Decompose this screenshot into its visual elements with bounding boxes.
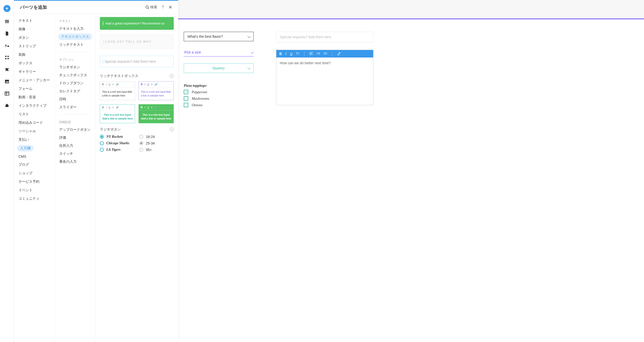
checkbox-item[interactable]: ✓Pepperoni [184, 90, 254, 94]
richtext-preview-teal[interactable]: BIU≡🔗 This is a rich text input Add a li… [100, 104, 135, 123]
category-item[interactable]: コミュニティ [14, 195, 54, 203]
richtext-preview-purple[interactable]: BIU≡🔗 This is a rich text input Add a li… [138, 81, 174, 100]
sub-section-title: オプション [55, 55, 95, 63]
sub-section-title: テキスト [55, 17, 95, 25]
radio-option[interactable]: 25-34 [139, 141, 155, 145]
category-item[interactable]: 埋め込みコード [14, 118, 54, 127]
category-item[interactable]: 動画・音楽 [14, 93, 54, 101]
help-icon[interactable]: ? [162, 5, 164, 10]
svg-rect-6 [8, 56, 9, 57]
richtext-preview-default[interactable]: BIU≡🔗 This is a rich text input Add a li… [100, 81, 135, 100]
search-button[interactable]: 検索 [145, 5, 157, 10]
add-element-button[interactable]: + [4, 5, 10, 12]
radio-option[interactable]: 35+ [139, 148, 155, 152]
italic-icon[interactable]: I [285, 52, 286, 56]
checkbox-item[interactable]: Onions [184, 103, 254, 107]
category-item[interactable]: ソーシャル [14, 127, 54, 135]
svg-rect-5 [5, 56, 6, 57]
panel-title: パーツを追加 [20, 4, 145, 10]
data-icon[interactable] [4, 91, 10, 96]
svg-text:A: A [5, 44, 7, 48]
sub-item[interactable]: 署名の入力 [55, 158, 95, 166]
sub-item[interactable]: テキストボックス [58, 34, 92, 40]
checkbox-icon [184, 96, 188, 101]
sections-icon[interactable] [4, 19, 10, 24]
category-item[interactable]: 画像 [14, 25, 54, 34]
sub-item[interactable]: リッチテキスト [55, 41, 95, 49]
category-item[interactable]: テキスト [14, 17, 54, 25]
svg-point-16 [146, 6, 148, 8]
category-item[interactable]: ストリップ [14, 42, 54, 51]
svg-rect-14 [6, 105, 8, 107]
apps-icon[interactable] [4, 55, 10, 60]
info-icon[interactable]: i [170, 127, 174, 131]
radio-option[interactable]: 18-24 [139, 135, 155, 139]
radio-icon [100, 148, 104, 152]
category-item[interactable]: ショップ [14, 169, 54, 178]
underline-icon[interactable]: U [290, 52, 292, 56]
category-item[interactable]: ボタン [14, 34, 54, 42]
add-element-panel: パーツを追加 検索 ? ✕ テキスト画像ボタンストリップ装飾ボックスギャラリーメ… [14, 0, 178, 342]
text-format-icon[interactable]: TT [296, 52, 299, 56]
sub-item[interactable]: 日時 [55, 95, 95, 103]
sub-item[interactable]: 住所入力 [55, 142, 95, 150]
design-icon[interactable]: A [4, 43, 10, 48]
radio-icon [100, 135, 104, 139]
align-left-icon[interactable] [310, 52, 313, 55]
radio-label: Chicago Sharks [106, 141, 129, 145]
radio-section-title: ラジオボタン [100, 127, 121, 132]
info-icon[interactable]: i [170, 74, 174, 78]
svg-rect-8 [8, 58, 9, 59]
category-item[interactable]: 装飾 [14, 51, 54, 59]
addons-icon[interactable] [4, 67, 10, 72]
close-icon[interactable]: ✕ [168, 5, 172, 10]
textbox-preview-green[interactable]: Had a great experience? Recommend us [100, 17, 174, 30]
sub-item[interactable]: セレクトタグ [55, 87, 95, 95]
sub-item[interactable]: チェックボックス [55, 71, 95, 79]
bullet-list-icon[interactable] [324, 52, 327, 55]
category-item[interactable]: 支払い [14, 135, 54, 144]
radio-option[interactable]: LA Tigers [100, 148, 129, 152]
category-item[interactable]: 入力欄 [17, 145, 34, 151]
numbered-list-icon[interactable]: 12 [316, 52, 320, 55]
category-item[interactable]: リスト [14, 110, 54, 118]
rich-text-editor[interactable]: B I U TT 12 How can we do better next ti… [276, 50, 374, 105]
sub-item[interactable]: テキストを入力 [55, 25, 95, 33]
category-item[interactable]: ボックス [14, 59, 54, 68]
bold-icon[interactable]: B [279, 52, 282, 56]
sub-item[interactable]: スイッチ [55, 150, 95, 158]
sub-item[interactable]: ラジオボタン [55, 63, 95, 71]
radio-label: NY Rockets [106, 135, 123, 139]
sub-item[interactable]: ドロップダウン [55, 79, 95, 87]
link-icon[interactable] [337, 52, 341, 56]
media-icon[interactable] [4, 79, 10, 84]
sub-item[interactable]: スライダー [55, 103, 95, 111]
richtext-preview-greenfill[interactable]: BIU≡🔗 This is a rich text input Add a li… [138, 104, 174, 123]
category-item[interactable]: メニュー・アンカー [14, 76, 54, 85]
tools-icon[interactable] [4, 103, 10, 108]
checkbox-item[interactable]: Mushrooms [184, 96, 254, 101]
dropdown-flavor[interactable]: What's the best flavor? [184, 32, 254, 41]
category-item[interactable]: インタラクティブ [14, 101, 54, 110]
special-requests-input[interactable]: Special requests? Add them here [276, 32, 374, 42]
radio-option[interactable]: NY Rockets [100, 135, 129, 139]
category-item[interactable]: ブログ [14, 160, 54, 169]
svg-text:2: 2 [316, 53, 317, 55]
sub-item[interactable]: アップロードボタン [55, 126, 95, 134]
category-item[interactable]: イベント [14, 186, 54, 195]
category-item[interactable]: フォーム [14, 85, 54, 93]
panel-header: パーツを追加 検索 ? ✕ [14, 1, 178, 14]
canvas-page: What's the best flavor? Pick a size Quan… [178, 19, 644, 342]
sub-item[interactable]: 評価 [55, 134, 95, 142]
svg-rect-7 [5, 58, 6, 59]
textbox-preview-grey[interactable]: LOVE US? TELL US WHY [100, 34, 174, 49]
page-icon[interactable] [4, 31, 10, 36]
textbox-preview-outlined[interactable]: Special requests? Add them here [100, 56, 174, 67]
radio-option[interactable]: Chicago Sharks [100, 141, 129, 145]
category-item[interactable]: サービス予約 [14, 178, 54, 186]
dropdown-quantity[interactable]: Quantity [184, 64, 254, 73]
category-item[interactable]: CMS [14, 152, 54, 160]
rich-text-body[interactable]: How can we do better next time? [276, 58, 373, 105]
category-item[interactable]: ギャラリー [14, 68, 54, 76]
dropdown-size[interactable]: Pick a size [184, 48, 254, 57]
